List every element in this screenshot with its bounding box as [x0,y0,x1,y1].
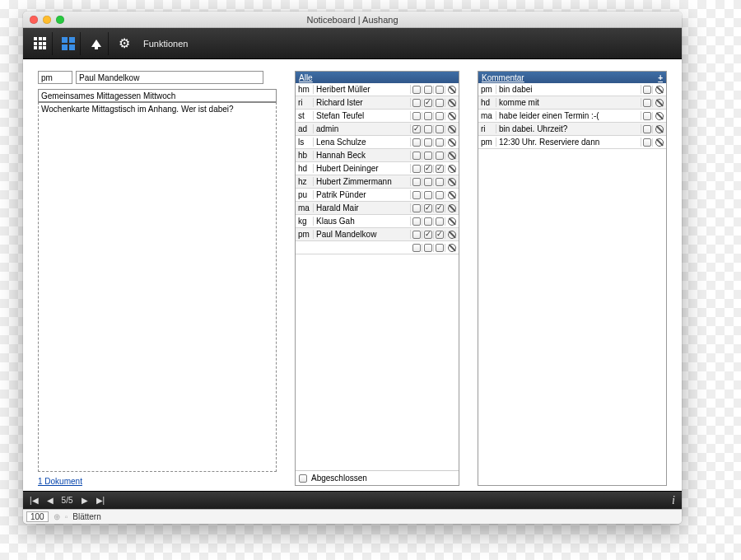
people-row: hdHubert Deininger [296,162,459,175]
check-1[interactable] [412,86,421,94]
check-1[interactable] [412,165,421,173]
person-name: Stefan Teufel [314,111,411,120]
people-row: hzHubert Zimmermann [296,175,459,189]
check-1[interactable] [412,138,421,147]
ban-icon[interactable] [655,112,664,120]
ban-icon[interactable] [655,125,664,133]
check-2[interactable] [424,86,432,94]
check-1[interactable] [412,244,421,252]
check-1[interactable] [412,152,421,160]
prev-record-button[interactable]: ◀ [47,496,54,505]
ban-icon[interactable] [448,217,456,226]
comment-row: pm12:30 Uhr. Reserviere dann [478,136,666,149]
ban-icon[interactable] [448,204,456,212]
person-code: hm [296,85,314,94]
functions-button[interactable]: ⚙ [112,32,137,55]
ban-icon[interactable] [448,86,456,94]
check-1[interactable] [412,217,421,226]
check-1[interactable] [412,204,421,212]
check-1[interactable] [412,112,421,120]
check-3[interactable] [436,152,444,160]
ban-icon[interactable] [448,138,456,147]
ban-icon[interactable] [655,99,664,107]
toolbar: ⚙ Funktionen [23,28,682,59]
check-1[interactable] [412,191,421,199]
check-2[interactable] [424,152,432,160]
zoom-field[interactable]: 100 [26,511,49,522]
check-3[interactable] [436,244,444,252]
check-2[interactable] [424,231,432,239]
check-2[interactable] [424,204,432,212]
check-3[interactable] [436,112,444,120]
check-1[interactable] [412,99,421,107]
divider: ⊕ [54,512,60,521]
ban-icon[interactable] [448,191,456,199]
author-name-field[interactable] [76,71,263,84]
check-1[interactable] [412,125,421,133]
add-comment-button[interactable]: + [658,73,663,82]
person-code: pm [296,230,314,239]
next-record-button[interactable]: ▶ [82,496,88,505]
ban-icon[interactable] [448,99,456,107]
person-name: Harald Mair [314,203,411,212]
comment-check[interactable] [643,99,651,107]
check-2[interactable] [424,99,432,107]
record-navbar: |◀ ◀ 5/5 ▶ ▶| i [23,491,682,509]
grid-view-button[interactable] [28,32,53,55]
check-2[interactable] [424,178,432,186]
divider: ▫ [65,512,68,521]
attachments-link[interactable]: 1 Dokument [38,477,277,486]
check-2[interactable] [424,165,432,173]
ban-icon[interactable] [448,178,456,186]
check-2[interactable] [424,191,432,199]
check-3[interactable] [436,86,444,94]
check-2[interactable] [424,112,432,120]
people-row: maHarald Mair [296,202,459,215]
check-3[interactable] [436,217,444,226]
body-text: Wochenkarte Mittagstisch im Anhang. Wer … [41,105,234,114]
comment-text: habe leider einen Termin :-( [496,111,641,120]
check-3[interactable] [436,178,444,186]
last-record-button[interactable]: ▶| [96,496,105,505]
ban-icon[interactable] [448,165,456,173]
ban-icon[interactable] [448,112,456,120]
comment-check[interactable] [643,138,651,147]
ban-icon[interactable] [655,138,664,147]
check-2[interactable] [424,125,432,133]
ban-icon[interactable] [655,86,664,94]
check-3[interactable] [436,165,444,173]
check-2[interactable] [424,244,432,252]
ban-icon[interactable] [448,152,456,160]
subject-field[interactable] [38,89,277,102]
person-name: Paul Mandelkow [314,230,411,239]
comment-check[interactable] [643,112,651,120]
tile-view-button[interactable] [56,32,81,55]
ban-icon[interactable] [448,231,456,239]
ban-icon[interactable] [448,125,456,133]
comment-row: pmbin dabei [478,83,666,96]
person-code: ma [296,203,314,212]
info-button[interactable]: i [672,494,675,507]
check-3[interactable] [436,204,444,212]
check-2[interactable] [424,217,432,226]
ban-icon[interactable] [448,244,456,252]
check-2[interactable] [424,138,432,147]
check-3[interactable] [436,138,444,147]
check-3[interactable] [436,191,444,199]
tiles-icon [62,37,75,50]
check-3[interactable] [436,99,444,107]
closed-checkbox[interactable] [299,474,307,483]
upload-button[interactable] [84,32,109,55]
comment-check[interactable] [643,86,651,94]
check-3[interactable] [436,231,444,239]
people-row: kgKlaus Gah [296,215,459,228]
first-record-button[interactable]: |◀ [30,496,39,505]
people-row: adadmin [296,123,459,136]
check-1[interactable] [412,178,421,186]
body-field[interactable]: Wochenkarte Mittagstisch im Anhang. Wer … [38,102,277,472]
author-code-field[interactable] [38,71,72,84]
check-3[interactable] [436,125,444,133]
comment-code: hd [478,98,496,107]
comment-check[interactable] [643,125,651,133]
check-1[interactable] [412,231,421,239]
